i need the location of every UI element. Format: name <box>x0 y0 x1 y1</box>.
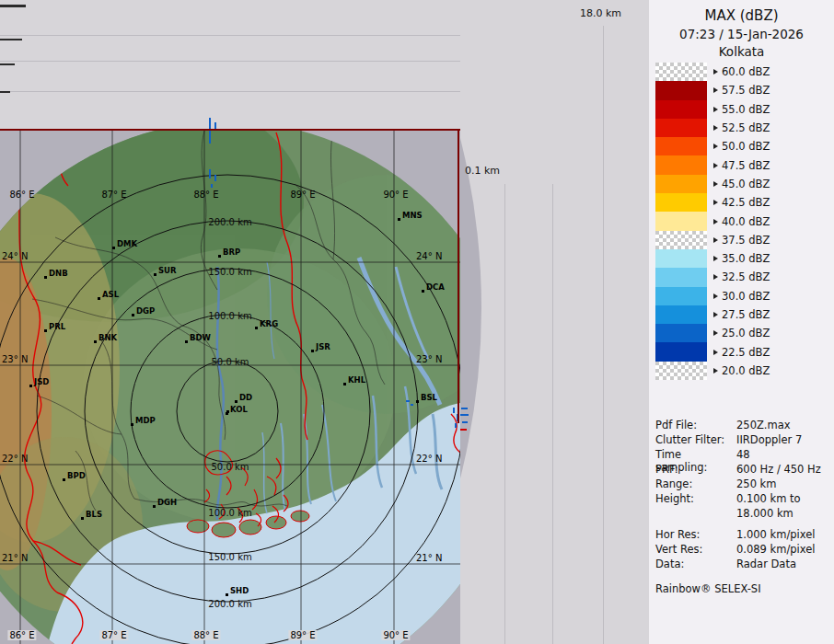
lat-label: 24° N <box>416 251 442 261</box>
legend-label: 47.5 dBZ <box>722 159 770 172</box>
legend-swatch <box>655 268 707 286</box>
legend-swatch <box>655 175 707 193</box>
legend-label: 45.0 dBZ <box>722 178 770 190</box>
lat-label: 23° N <box>416 354 442 364</box>
legend-label: 60.0 dBZ <box>722 65 770 78</box>
lat-label: 22° N <box>416 454 442 464</box>
city-label: PRL <box>49 322 65 331</box>
legend-label: 25.0 dBZ <box>722 327 770 339</box>
city-label: JSR <box>316 342 330 351</box>
city-dot <box>422 290 424 293</box>
legend-label: 42.5 dBZ <box>722 196 770 209</box>
metadata-row: Clutter Filter:IIRDoppler 7 <box>655 433 830 448</box>
height-gridline <box>0 35 460 36</box>
legend-label: 52.5 dBZ <box>722 121 770 134</box>
city-label: DNB <box>49 269 68 278</box>
legend-entry: 32.5 dBZ <box>655 268 770 286</box>
metadata-label: Time sampling: <box>655 448 736 463</box>
range-ring-label: 200.0 km <box>208 599 251 609</box>
city-dot <box>44 276 47 279</box>
legend-arrow-icon <box>713 350 718 355</box>
legend-entry: 25.0 dBZ <box>655 324 770 342</box>
legend-entry: 57.5 dBZ <box>655 81 770 99</box>
city-dot <box>255 327 258 329</box>
city-dot <box>311 350 314 352</box>
city-dot <box>98 297 100 300</box>
city-label: SHD <box>230 586 249 595</box>
echo-mark <box>0 91 10 93</box>
metadata-value: 250 km <box>736 477 776 492</box>
metadata-value: 250Z.max <box>736 419 791 433</box>
city-dot <box>94 340 97 343</box>
city-dot <box>226 593 228 596</box>
city-label: JSD <box>34 377 49 386</box>
city-dot <box>226 412 228 415</box>
legend-entry: 20.0 dBZ <box>655 362 770 380</box>
city-label: DGP <box>136 306 155 316</box>
metadata-row: Vert Res:0.089 km/pixel <box>655 543 830 558</box>
metadata-label: Hor Res: <box>655 528 736 543</box>
lon-label: 88° E <box>193 190 218 200</box>
lat-label: 22° N <box>2 454 28 464</box>
range-ring-label: 150.0 km <box>208 267 251 277</box>
legend-arrow-icon <box>713 87 718 93</box>
legend-arrow-icon <box>713 368 718 374</box>
city-dot <box>218 255 221 258</box>
lon-label: 87° E <box>99 630 128 640</box>
legend-swatch <box>655 81 707 99</box>
city-dot <box>81 517 84 520</box>
legend-label: 32.5 dBZ <box>722 270 770 283</box>
city-dot <box>112 247 115 249</box>
city-dot <box>29 385 32 387</box>
metadata-label: Vert Res: <box>655 543 736 558</box>
legend-label: 20.0 dBZ <box>722 364 770 377</box>
metadata-label: Height: <box>655 492 736 507</box>
product-header: MAX (dBZ) 07:23 / 15-Jan-2026 Kolkata <box>649 7 834 59</box>
radar-echo <box>461 408 468 409</box>
metadata-value: 0.100 km to <box>736 492 801 507</box>
legend-entry: 45.0 dBZ <box>655 175 770 193</box>
metadata-value: 600 Hz / 450 Hz <box>736 463 821 477</box>
city-label: DD <box>239 393 252 402</box>
metadata-label <box>655 507 736 522</box>
lon-label: 90° E <box>383 190 408 200</box>
metadata-row: Height:0.100 km to <box>655 492 830 507</box>
legend-swatch <box>655 212 707 230</box>
height-gridline <box>0 91 460 92</box>
city-label: BPD <box>67 471 86 480</box>
metadata-label: Data: <box>655 558 736 572</box>
legend-arrow-icon <box>713 125 718 131</box>
legend-arrow-icon <box>713 237 718 243</box>
city-label: KOL <box>230 405 248 414</box>
legend-entry: 55.0 dBZ <box>655 100 770 119</box>
legend-label: 57.5 dBZ <box>722 84 770 97</box>
metadata-row: Data:Radar Data <box>655 558 830 572</box>
height-gridline <box>603 26 604 644</box>
legend-entry: 60.0 dBZ <box>655 63 770 81</box>
lat-label: 24° N <box>2 251 28 261</box>
max-height-label: 18.0 km <box>580 7 621 19</box>
legend-swatch <box>655 100 707 119</box>
legend-entry: 37.5 dBZ <box>655 231 770 249</box>
legend-entry: 35.0 dBZ <box>655 249 770 268</box>
metadata-value: 18.000 km <box>736 507 793 522</box>
lon-label: 89° E <box>288 630 317 640</box>
legend-arrow-icon <box>713 330 718 336</box>
height-gridline <box>552 184 553 644</box>
legend-swatch <box>655 324 707 342</box>
metadata-value: 48 <box>736 448 750 463</box>
city-label: DMK <box>117 239 137 248</box>
metadata-label: PRF: <box>655 463 736 477</box>
map-overlays: MNSDMKBRPSURDNBDCAASLDGPKRGPRLBNKBDWJSRK… <box>0 129 460 644</box>
lat-label: 23° N <box>2 354 28 364</box>
metadata-row: PRF:600 Hz / 450 Hz <box>655 463 830 477</box>
lon-label: 88° E <box>191 630 220 640</box>
city-label: KRG <box>260 319 278 328</box>
legend-entries: 60.0 dBZ57.5 dBZ55.0 dBZ52.5 dBZ50.0 dBZ… <box>655 63 770 380</box>
legend-swatch <box>655 155 707 174</box>
city-label: DCA <box>426 282 445 292</box>
legend-entry: 30.0 dBZ <box>655 287 770 305</box>
legend-arrow-icon <box>713 107 718 112</box>
range-ring-label: 100.0 km <box>208 508 251 518</box>
legend-entry: 22.5 dBZ <box>655 342 770 361</box>
